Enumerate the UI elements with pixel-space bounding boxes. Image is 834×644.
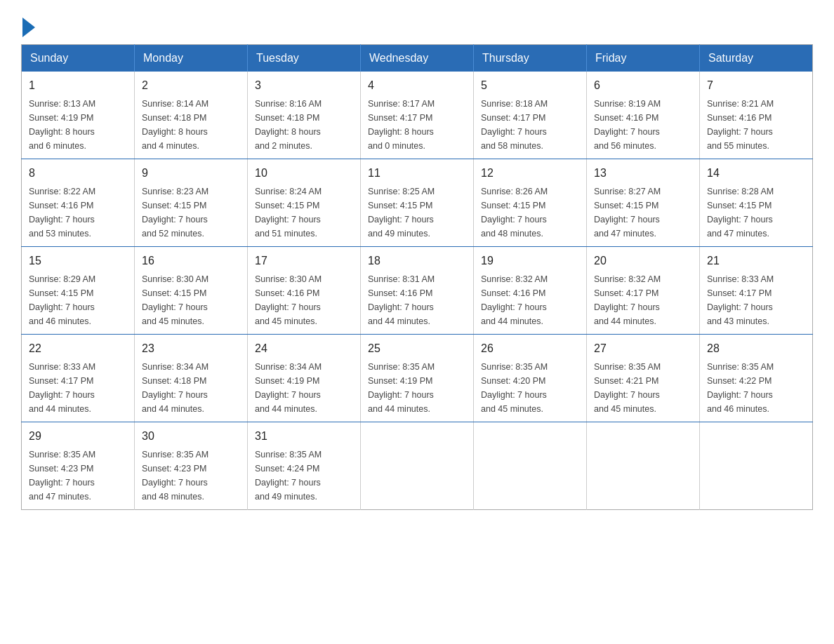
calendar-cell (700, 422, 813, 510)
sunset-text: Sunset: 4:23 PM (142, 464, 206, 474)
daylight-text: Daylight: 7 hours (481, 302, 547, 312)
day-info: Sunrise: 8:21 AMSunset: 4:16 PMDaylight:… (707, 97, 805, 153)
daylight-continued-text: and 44 minutes. (29, 404, 91, 414)
day-number: 23 (142, 340, 240, 357)
calendar-cell: 1Sunrise: 8:13 AMSunset: 4:19 PMDaylight… (22, 72, 135, 159)
sunrise-text: Sunrise: 8:34 AM (142, 362, 208, 372)
day-number: 31 (255, 428, 353, 445)
daylight-continued-text: and 45 minutes. (255, 316, 317, 326)
day-number: 10 (255, 165, 353, 182)
sunset-text: Sunset: 4:19 PM (368, 376, 432, 386)
daylight-continued-text: and 4 minutes. (142, 141, 199, 151)
day-info: Sunrise: 8:26 AMSunset: 4:15 PMDaylight:… (481, 185, 579, 241)
daylight-continued-text: and 44 minutes. (255, 404, 317, 414)
sunrise-text: Sunrise: 8:17 AM (368, 99, 435, 109)
daylight-continued-text: and 46 minutes. (707, 404, 769, 414)
daylight-text: Daylight: 7 hours (707, 390, 773, 400)
daylight-continued-text: and 47 minutes. (594, 229, 656, 239)
day-number: 17 (255, 253, 353, 269)
sunset-text: Sunset: 4:23 PM (29, 464, 93, 474)
sunset-text: Sunset: 4:15 PM (142, 288, 206, 298)
calendar-header-row: SundayMondayTuesdayWednesdayThursdayFrid… (22, 45, 813, 72)
daylight-text: Daylight: 7 hours (707, 302, 773, 312)
sunset-text: Sunset: 4:15 PM (481, 201, 545, 210)
calendar-cell: 2Sunrise: 8:14 AMSunset: 4:18 PMDaylight… (135, 72, 248, 159)
daylight-text: Daylight: 8 hours (142, 127, 208, 137)
calendar-cell: 28Sunrise: 8:35 AMSunset: 4:22 PMDayligh… (700, 335, 813, 422)
sunrise-text: Sunrise: 8:25 AM (368, 187, 435, 196)
calendar-cell: 18Sunrise: 8:31 AMSunset: 4:16 PMDayligh… (361, 247, 474, 335)
day-number: 27 (594, 340, 692, 357)
day-number: 22 (29, 340, 127, 357)
sunset-text: Sunset: 4:17 PM (481, 113, 545, 123)
sunrise-text: Sunrise: 8:33 AM (29, 362, 95, 372)
daylight-text: Daylight: 7 hours (368, 302, 434, 312)
sunset-text: Sunset: 4:17 PM (594, 288, 658, 298)
sunset-text: Sunset: 4:17 PM (29, 376, 93, 386)
daylight-text: Daylight: 7 hours (29, 302, 95, 312)
daylight-continued-text: and 43 minutes. (707, 316, 769, 326)
day-number: 29 (29, 428, 127, 445)
header-sunday: Sunday (22, 45, 135, 72)
daylight-text: Daylight: 7 hours (368, 390, 434, 400)
sunset-text: Sunset: 4:22 PM (707, 376, 772, 386)
sunset-text: Sunset: 4:19 PM (29, 113, 93, 123)
daylight-text: Daylight: 7 hours (255, 302, 321, 312)
sunrise-text: Sunrise: 8:30 AM (142, 274, 208, 284)
header-thursday: Thursday (474, 45, 587, 72)
sunrise-text: Sunrise: 8:35 AM (594, 362, 661, 372)
daylight-text: Daylight: 7 hours (29, 390, 95, 400)
calendar-week-row: 15Sunrise: 8:29 AMSunset: 4:15 PMDayligh… (22, 247, 813, 335)
sunrise-text: Sunrise: 8:31 AM (368, 274, 435, 284)
calendar-cell: 21Sunrise: 8:33 AMSunset: 4:17 PMDayligh… (700, 247, 813, 335)
sunrise-text: Sunrise: 8:16 AM (255, 99, 322, 109)
header-wednesday: Wednesday (361, 45, 474, 72)
calendar-cell (474, 422, 587, 510)
day-number: 3 (255, 77, 353, 94)
calendar-cell: 11Sunrise: 8:25 AMSunset: 4:15 PMDayligh… (361, 159, 474, 247)
logo-arrow-icon (22, 18, 35, 37)
day-info: Sunrise: 8:35 AMSunset: 4:21 PMDaylight:… (594, 360, 692, 416)
day-number: 5 (481, 77, 579, 94)
daylight-continued-text: and 46 minutes. (29, 316, 91, 326)
daylight-continued-text: and 55 minutes. (707, 141, 769, 151)
sunset-text: Sunset: 4:16 PM (594, 113, 658, 123)
day-number: 13 (594, 165, 692, 182)
sunset-text: Sunset: 4:15 PM (255, 201, 319, 210)
sunset-text: Sunset: 4:16 PM (481, 288, 545, 298)
calendar-cell: 6Sunrise: 8:19 AMSunset: 4:16 PMDaylight… (587, 72, 700, 159)
day-info: Sunrise: 8:27 AMSunset: 4:15 PMDaylight:… (594, 185, 692, 241)
daylight-text: Daylight: 7 hours (142, 390, 208, 400)
daylight-text: Daylight: 7 hours (255, 390, 321, 400)
sunset-text: Sunset: 4:20 PM (481, 376, 545, 386)
calendar-cell: 3Sunrise: 8:16 AMSunset: 4:18 PMDaylight… (248, 72, 361, 159)
sunrise-text: Sunrise: 8:21 AM (707, 99, 774, 109)
day-info: Sunrise: 8:32 AMSunset: 4:16 PMDaylight:… (481, 272, 579, 328)
day-info: Sunrise: 8:24 AMSunset: 4:15 PMDaylight:… (255, 185, 353, 241)
day-info: Sunrise: 8:18 AMSunset: 4:17 PMDaylight:… (481, 97, 579, 153)
day-number: 1 (29, 77, 127, 94)
sunrise-text: Sunrise: 8:35 AM (707, 362, 774, 372)
daylight-text: Daylight: 7 hours (142, 302, 208, 312)
daylight-continued-text: and 44 minutes. (481, 316, 543, 326)
day-info: Sunrise: 8:35 AMSunset: 4:22 PMDaylight:… (707, 360, 805, 416)
day-info: Sunrise: 8:14 AMSunset: 4:18 PMDaylight:… (142, 97, 240, 153)
sunrise-text: Sunrise: 8:19 AM (594, 99, 661, 109)
sunrise-text: Sunrise: 8:24 AM (255, 187, 322, 196)
calendar-cell: 14Sunrise: 8:28 AMSunset: 4:15 PMDayligh… (700, 159, 813, 247)
sunrise-text: Sunrise: 8:30 AM (255, 274, 322, 284)
day-number: 25 (368, 340, 466, 357)
daylight-text: Daylight: 7 hours (707, 127, 773, 137)
sunset-text: Sunset: 4:24 PM (255, 464, 319, 474)
daylight-text: Daylight: 7 hours (255, 478, 321, 488)
day-info: Sunrise: 8:33 AMSunset: 4:17 PMDaylight:… (29, 360, 127, 416)
day-number: 2 (142, 77, 240, 94)
sunrise-text: Sunrise: 8:35 AM (29, 450, 95, 459)
sunrise-text: Sunrise: 8:35 AM (368, 362, 435, 372)
daylight-continued-text: and 58 minutes. (481, 141, 543, 151)
day-info: Sunrise: 8:35 AMSunset: 4:23 PMDaylight:… (142, 448, 240, 504)
calendar-week-row: 1Sunrise: 8:13 AMSunset: 4:19 PMDaylight… (22, 72, 813, 159)
day-info: Sunrise: 8:35 AMSunset: 4:24 PMDaylight:… (255, 448, 353, 504)
daylight-text: Daylight: 7 hours (255, 215, 321, 224)
daylight-text: Daylight: 7 hours (142, 215, 208, 224)
